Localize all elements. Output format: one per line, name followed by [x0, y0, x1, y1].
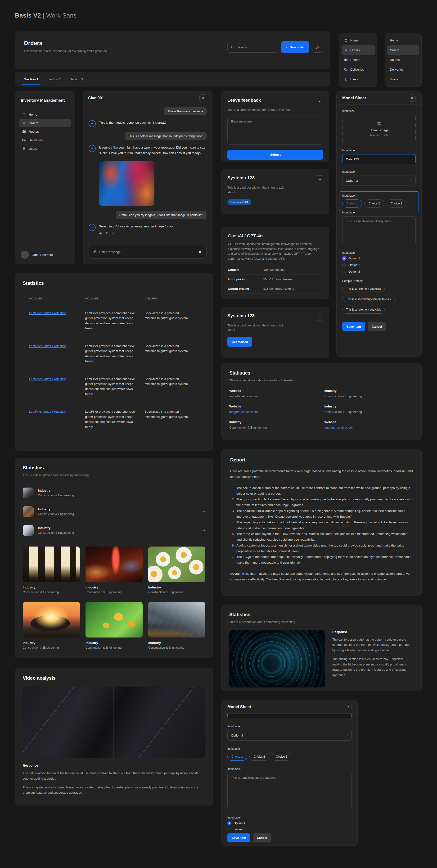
feedback-textarea[interactable]	[227, 117, 323, 145]
tab-section-3[interactable]: Section 3	[70, 72, 83, 86]
cancel-button[interactable]: Cancel	[368, 322, 386, 331]
report-item: The headline "Build Bubble apps at light…	[236, 508, 413, 520]
response-label: Response	[23, 764, 205, 767]
row-link[interactable]: LeafFilter Gutter Protection	[29, 410, 66, 413]
thumbs-down-icon[interactable]	[105, 231, 108, 235]
table-icon	[22, 147, 26, 150]
nav-item-users[interactable]: Users	[342, 74, 375, 84]
sidebar-item-deliveries[interactable]: Deliveries	[20, 136, 70, 144]
section-tabs: Section 1 Section 2 Section 3	[15, 72, 331, 87]
radio-option-3[interactable]: Option 3	[342, 270, 416, 273]
multiline-input[interactable]	[227, 773, 352, 808]
chip-choice-1[interactable]: Choice 1	[342, 199, 362, 208]
nav-plain-deliveries[interactable]: Deliveries	[387, 65, 419, 74]
nav-item-deliveries[interactable]: Deliveries	[342, 65, 375, 74]
paperclip-icon[interactable]	[93, 250, 96, 254]
submit-button[interactable]: Submit	[227, 150, 323, 160]
report-item: The large infographic takes up a lot of …	[236, 520, 413, 531]
gallery-image-cactus	[86, 602, 143, 638]
search-input-wrap[interactable]	[227, 42, 278, 53]
text-field-input[interactable]	[346, 158, 412, 161]
radio-option-1[interactable]: Option 1	[342, 256, 416, 260]
model-sheet-close-button[interactable]: ×	[345, 704, 352, 710]
cancel-button[interactable]: Cancel	[253, 833, 272, 842]
sidebar-item-home[interactable]: Home	[20, 111, 70, 119]
feedback-title: Leave feedback	[227, 98, 261, 103]
radio-option-2[interactable]: Option 2	[342, 263, 416, 267]
search-input[interactable]	[237, 45, 279, 49]
option-select[interactable]: Option 3 ▼	[342, 176, 416, 185]
settings-button[interactable]	[312, 42, 323, 53]
new-order-button[interactable]: + New order	[282, 42, 309, 53]
chip-choice-2[interactable]: Choice 2	[364, 199, 384, 208]
sample-prompt-3[interactable]: This is an element you click	[342, 306, 385, 314]
model-sheet-close-button[interactable]: ×	[409, 95, 416, 102]
sidebar-item-routes[interactable]: Routes	[20, 128, 70, 135]
brand-font-name: Work Sans	[46, 12, 76, 19]
thumbs-up-icon[interactable]	[99, 231, 102, 235]
video-analysis-title: Video analysis	[23, 675, 205, 681]
chat-close-button[interactable]: ×	[199, 94, 207, 102]
row-link[interactable]: LeafFilter Gutter Protection	[29, 344, 66, 348]
sidebar-user[interactable]: Janie Smithers	[20, 251, 70, 259]
gallery-image-daisies	[148, 547, 205, 582]
nav-plain-routes[interactable]: Routes	[387, 55, 419, 64]
feedback-close-button[interactable]: ×	[316, 98, 323, 105]
map-icon	[344, 58, 348, 62]
row-link[interactable]: LeafFilter Gutter Protection	[29, 377, 66, 381]
more-options-button[interactable]: ···	[201, 510, 205, 514]
response-label: Response	[332, 630, 414, 634]
gear-icon	[315, 45, 320, 50]
sample-prompt-1[interactable]: This is an element you click	[342, 285, 385, 293]
sidebar-item-orders[interactable]: Orders	[20, 119, 70, 127]
row-link[interactable]: LeafFilter Gutter Protection	[29, 311, 66, 315]
brand-separator: |	[43, 12, 44, 19]
radio-option-2[interactable]: Option 2	[227, 828, 352, 830]
option-select[interactable]: Option 3 ▼	[227, 730, 352, 741]
chat-input-bar[interactable]	[89, 245, 207, 259]
sidebar-item-users[interactable]: Users	[20, 145, 70, 153]
nav-plain-users[interactable]: Users	[387, 74, 419, 84]
model-spec-table: Context 125,000 tokens Input pricing $5.…	[228, 265, 323, 293]
radio-option-1[interactable]: Option 1	[227, 821, 352, 825]
more-options-button[interactable]: ···	[201, 529, 205, 532]
save-item-button[interactable]: Save item	[342, 322, 365, 331]
upload-dropzone[interactable]: Upload image Max size 12mb	[342, 115, 416, 143]
chevron-down-icon: ▼	[346, 734, 348, 737]
systems-title: Systems 123	[227, 175, 255, 181]
more-options-button[interactable]: ···	[316, 313, 323, 321]
more-options-button[interactable]: ···	[201, 491, 205, 495]
website-link[interactable]: amgutterservices.com	[229, 410, 259, 414]
chip-choice-3[interactable]: Choice 2	[386, 199, 406, 208]
model-sheet-title: Model Sheet	[342, 96, 366, 100]
chip-choice-1[interactable]: Choice 1	[227, 753, 247, 761]
report-item: Adding customer logos, testimonials, or …	[236, 543, 413, 554]
nav-plain-orders[interactable]: Orders	[387, 45, 419, 55]
more-options-button[interactable]: ···	[316, 175, 323, 183]
nav-item-home[interactable]: Home	[342, 35, 375, 45]
save-item-button[interactable]: Save item	[227, 833, 250, 842]
close-icon: ×	[318, 99, 320, 103]
multiline-input[interactable]	[342, 216, 416, 244]
tab-section-1[interactable]: Section 1	[24, 72, 38, 86]
field-label: Input label	[227, 816, 352, 819]
select-value: Option 3	[231, 734, 243, 737]
chip-choice-2[interactable]: Choice 2	[249, 753, 269, 761]
get-started-button[interactable]: Get started	[227, 337, 252, 347]
nav-item-routes[interactable]: Routes	[342, 55, 375, 64]
website-link[interactable]: amgutterservices.com	[324, 426, 354, 429]
model-sheet-scroll-area[interactable]: Input label Option 3 ▼ Input label Choic…	[222, 714, 357, 830]
text-field-focused-clipped[interactable]	[227, 714, 352, 718]
model-info-card: OpenAI / GPT-4o GPT-4o from OpenAI has b…	[221, 227, 329, 299]
copy-icon[interactable]	[111, 231, 115, 235]
chip-choice-3[interactable]: Choice 2	[272, 753, 291, 761]
list-item: IndustryConstruction & Engineering ···	[23, 521, 205, 540]
chat-message-input[interactable]	[99, 250, 196, 254]
nav-plain-home[interactable]: Home	[387, 35, 419, 45]
sample-prompt-2[interactable]: This is a secondary element to click.	[342, 295, 396, 303]
text-field-focused[interactable]	[342, 154, 416, 164]
tab-section-2[interactable]: Section 2	[48, 72, 61, 86]
nav-item-orders[interactable]: Orders	[342, 45, 375, 55]
send-icon[interactable]	[198, 250, 202, 254]
image-icon	[376, 122, 382, 127]
